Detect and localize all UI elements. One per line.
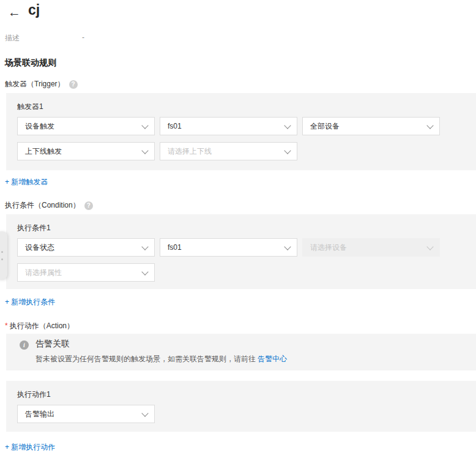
help-icon[interactable]: ? — [84, 201, 93, 210]
info-icon: i — [20, 340, 29, 350]
condition-product-select[interactable]: fs01 — [160, 238, 297, 257]
action-panel: 执行动作1 告警输出 — [6, 381, 476, 432]
trigger-device-select[interactable]: 全部设备 — [302, 117, 440, 135]
back-icon[interactable]: ← — [8, 6, 21, 19]
action-label: 执行动作（Action） — [10, 321, 74, 330]
floating-drag-handle[interactable] — [0, 231, 7, 279]
trigger-product-select[interactable]: fs01 — [160, 117, 297, 135]
action-section-label-row: *执行动作（Action） — [5, 321, 74, 331]
chevron-down-icon — [141, 243, 148, 250]
trigger-event-select[interactable]: 上下线触发 — [17, 142, 155, 160]
action-output-select[interactable]: 告警输出 — [17, 405, 155, 423]
condition-device-placeholder: 请选择设备 — [310, 243, 347, 252]
condition-property-placeholder: 请选择属性 — [25, 268, 62, 277]
handle-dot — [1, 251, 3, 253]
chevron-down-icon — [141, 147, 148, 154]
condition-type-value: 设备状态 — [25, 243, 54, 252]
alert-box-title: 告警关联 — [35, 339, 70, 350]
required-asterisk: * — [5, 321, 8, 330]
condition-type-select[interactable]: 设备状态 — [17, 238, 155, 257]
chevron-down-icon — [141, 268, 148, 275]
add-condition-link[interactable]: + 新增执行条件 — [5, 297, 55, 307]
scene-rule-detail-page: ← cj 描述 - 场景联动规则 触发器（Trigger） ? 触发器1 设备触… — [0, 0, 476, 466]
chevron-down-icon — [141, 410, 148, 416]
trigger-device-value: 全部设备 — [310, 122, 340, 130]
rules-heading: 场景联动规则 — [5, 58, 56, 69]
help-icon[interactable]: ? — [69, 80, 78, 89]
trigger-panel: 触发器1 设备触发 fs01 全部设备 上下线触发 请选择上下线 — [6, 93, 476, 170]
condition-group-title: 执行条件1 — [17, 223, 51, 233]
chevron-down-icon — [141, 122, 148, 129]
trigger-type-select[interactable]: 设备触发 — [17, 117, 155, 135]
trigger-section-label-row: 触发器（Trigger） ? — [5, 79, 78, 89]
condition-property-select[interactable]: 请选择属性 — [17, 263, 155, 282]
trigger-label: 触发器（Trigger） — [5, 79, 65, 89]
trigger-product-value: fs01 — [168, 122, 182, 130]
trigger-group-title: 触发器1 — [17, 102, 43, 112]
handle-dot — [1, 258, 3, 260]
add-action-link[interactable]: + 新增执行动作 — [5, 442, 55, 453]
action-group-title: 执行动作1 — [17, 389, 51, 400]
chevron-down-icon — [284, 147, 291, 154]
alert-box-text: 暂未被设置为任何告警规则的触发场景，如需关联告警规则，请前往 — [35, 355, 258, 363]
description-label: 描述 — [5, 33, 20, 43]
condition-device-select: 请选择设备 — [302, 238, 440, 257]
condition-panel: 执行条件1 设备状态 fs01 请选择设备 请选择属性 — [6, 214, 476, 289]
trigger-event-value: 上下线触发 — [25, 147, 62, 156]
trigger-type-value: 设备触发 — [25, 122, 54, 130]
trigger-status-placeholder: 请选择上下线 — [168, 147, 212, 156]
action-output-value: 告警输出 — [25, 410, 54, 418]
add-trigger-link[interactable]: + 新增触发器 — [5, 177, 48, 187]
chevron-down-icon — [426, 122, 433, 129]
condition-section-label-row: 执行条件（Condition） ? — [5, 200, 93, 211]
alert-center-link[interactable]: 告警中心 — [258, 355, 287, 363]
chevron-down-icon — [284, 243, 291, 250]
condition-product-value: fs01 — [168, 243, 182, 252]
page-title: cj — [28, 2, 40, 18]
alert-info-box: i 告警关联 暂未被设置为任何告警规则的触发场景，如需关联告警规则，请前往 告警… — [6, 334, 476, 370]
condition-label: 执行条件（Condition） — [5, 200, 80, 211]
description-value: - — [82, 33, 84, 42]
chevron-down-icon — [426, 243, 433, 250]
alert-box-message: 暂未被设置为任何告警规则的触发场景，如需关联告警规则，请前往 告警中心 — [35, 354, 287, 364]
trigger-status-select[interactable]: 请选择上下线 — [160, 142, 297, 160]
chevron-down-icon — [284, 122, 291, 129]
